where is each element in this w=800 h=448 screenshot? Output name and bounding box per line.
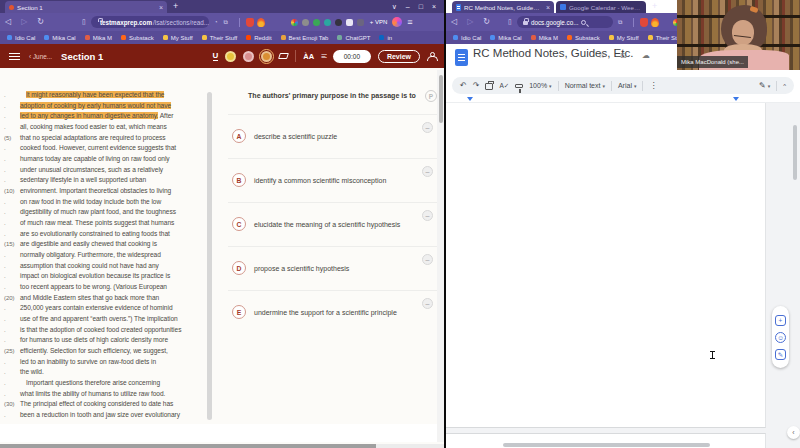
passage-line[interactable]: .of much raw meat. These points suggest … [4, 218, 208, 229]
font-select[interactable]: Arial▾ [618, 82, 637, 89]
extension-icon-4[interactable] [324, 19, 331, 26]
passage-line[interactable]: .normally obligatory. Furthermore, the w… [4, 250, 208, 261]
passage-line[interactable]: .cooked food. However, current evidence … [4, 143, 208, 154]
passage-line[interactable]: .It might reasonably have been expected … [4, 90, 208, 101]
reload-icon[interactable]: ↻ [32, 13, 49, 31]
new-tab-button[interactable]: + [167, 0, 184, 13]
answer-letter[interactable]: D [232, 261, 246, 275]
passage-line[interactable]: .assumption that cooking could not have … [4, 261, 208, 272]
passage-line[interactable]: .humans today are capable of living on r… [4, 154, 208, 165]
suggest-edits-button[interactable]: ✎ [775, 349, 786, 360]
passage-scrollbar[interactable] [207, 92, 212, 420]
profile-icon[interactable] [427, 52, 436, 61]
passage-line[interactable]: .led to any changes in human digestive a… [4, 111, 208, 122]
paint-format-icon[interactable] [515, 84, 523, 88]
bookmark-item[interactable]: in [379, 35, 392, 41]
extension-icon-3[interactable] [313, 19, 320, 26]
answer-letter[interactable]: A [232, 129, 246, 143]
v-scroll-thumb[interactable] [439, 75, 443, 123]
eraser-tool[interactable] [278, 53, 289, 59]
passage-line[interactable]: .under unusual circumstances, such as a … [4, 165, 208, 176]
passage-line[interactable]: .are so evolutionarily constrained to ea… [4, 229, 208, 240]
right-indent-marker[interactable] [733, 97, 739, 101]
passage-line[interactable]: .impact on biological evolution because … [4, 271, 208, 282]
text-size-tool[interactable]: ÀA [303, 52, 314, 61]
underline-tool[interactable]: U [213, 51, 219, 61]
address-bar[interactable]: testmaxprep.com/lsat/sections/read... [91, 16, 209, 28]
extension-icon-6[interactable] [346, 19, 353, 26]
tab-list-chevron-icon[interactable]: ∨ [392, 3, 397, 11]
docs-vertical-scrollbar[interactable] [793, 125, 797, 180]
bookmark-item[interactable]: Mika M [531, 35, 558, 41]
bookmark-item[interactable]: Idio Cal [453, 35, 481, 41]
document-page-1[interactable] [446, 103, 766, 428]
passage-line[interactable]: .what limits the ability of humans to ut… [4, 389, 208, 400]
bookmark-item[interactable]: Idio Cal [7, 35, 35, 41]
move-folder-icon[interactable]: ⊡ [620, 51, 627, 60]
paragraph-style-select[interactable]: Normal text▾ [565, 82, 605, 89]
back-icon[interactable]: ◁ [0, 13, 16, 31]
horizontal-scrollbar[interactable] [0, 444, 444, 448]
reading-passage[interactable]: .It might reasonably have been expected … [4, 90, 208, 421]
answer-row-E[interactable]: Eundermine the support for a scientific … [228, 290, 444, 334]
bookmark-item[interactable]: Mika M [85, 35, 112, 41]
passage-line[interactable]: .led to an inability to survive on raw-f… [4, 357, 208, 368]
strike-answer-button[interactable]: – [422, 210, 433, 221]
app-menu-icon[interactable]: ≡ [407, 17, 418, 27]
reload-icon[interactable]: ↻ [478, 13, 495, 31]
extension-icon-5[interactable] [335, 19, 342, 26]
star-icon[interactable]: ☆ [598, 51, 605, 60]
sidebar-icon[interactable]: ▯ [503, 13, 517, 31]
timer[interactable]: 00:00 [333, 50, 371, 63]
sidebar-icon[interactable]: ▯ [77, 13, 91, 31]
bookmark-item[interactable]: Mika Cal [44, 35, 75, 41]
review-button[interactable]: Review [378, 50, 420, 63]
spellcheck-icon[interactable]: A✓ [499, 82, 509, 90]
tab-rc-method-notes[interactable]: RC Method Notes, Guides, Etc. × [452, 1, 554, 13]
hide-side-panel-button[interactable]: ‹ [787, 426, 800, 439]
strike-answer-button[interactable]: – [422, 122, 433, 133]
passage-line[interactable]: (5)that no special adaptations are requi… [4, 133, 208, 144]
share-icon[interactable]: ⧉ [613, 13, 627, 31]
bookmark-item[interactable]: Best Emoji Tab [281, 35, 329, 41]
vpn-label[interactable]: + VPN [370, 19, 388, 25]
bookmark-item[interactable]: Reddit [246, 35, 271, 41]
more-tools-icon[interactable]: ⋮ [649, 81, 657, 90]
passage-line[interactable]: .Important questions therefore arise con… [4, 378, 208, 389]
zoom-select[interactable]: 100%▾ [529, 82, 551, 89]
address-bar[interactable]: docs.google.co... [517, 16, 613, 28]
add-reaction-button[interactable]: ☺ [775, 332, 786, 343]
docs-horizontal-scrollbar[interactable] [503, 443, 710, 447]
highlighter-yellow[interactable] [225, 51, 236, 62]
passage-line[interactable]: (15)are digestible and easily chewed tha… [4, 239, 208, 250]
passage-line[interactable]: .250,000 years contain extensive evidenc… [4, 303, 208, 314]
vertical-scrollbar[interactable] [437, 70, 444, 442]
adblock-shield-icon[interactable] [246, 18, 254, 27]
answer-letter[interactable]: B [232, 173, 246, 187]
docs-ruler[interactable] [446, 96, 800, 103]
bookmark-item[interactable]: My Stuff [609, 35, 639, 41]
close-button[interactable]: × [432, 3, 436, 10]
extension-icon-1[interactable] [291, 19, 298, 26]
flame-extension-icon[interactable] [257, 18, 265, 27]
hide-menus-icon[interactable]: ^ [783, 83, 786, 89]
vpn-logo-icon[interactable] [392, 17, 402, 27]
bookmark-item[interactable]: Substack [567, 35, 600, 41]
highlighter-orange[interactable] [261, 51, 272, 62]
bookmark-item[interactable]: My Stuff [163, 35, 193, 41]
back-icon[interactable]: ◁ [446, 13, 462, 31]
forward-icon[interactable]: ▷ [462, 13, 478, 31]
passage-line[interactable]: .all, cooking makes food easier to eat, … [4, 122, 208, 133]
zoom-page-icon[interactable] [581, 20, 586, 25]
passage-line[interactable]: .adoption of cooking by early humans wou… [4, 101, 208, 112]
share-icon[interactable]: ⧉ [219, 13, 233, 31]
answer-row-D[interactable]: Dpropose a scientific hypothesis– [228, 246, 444, 290]
bookmark-item[interactable]: Their Stuff [202, 35, 238, 41]
redo-icon[interactable]: ↷ [473, 81, 480, 90]
new-tab-button[interactable]: + [646, 0, 663, 13]
passage-line[interactable]: .sedentary lifestyle in a well supported… [4, 175, 208, 186]
print-icon[interactable] [485, 83, 493, 90]
highlighter-pink[interactable] [243, 51, 254, 62]
passage-line[interactable]: .for humans to use diets of high caloric… [4, 335, 208, 346]
bookmark-item[interactable]: Substack [121, 35, 154, 41]
